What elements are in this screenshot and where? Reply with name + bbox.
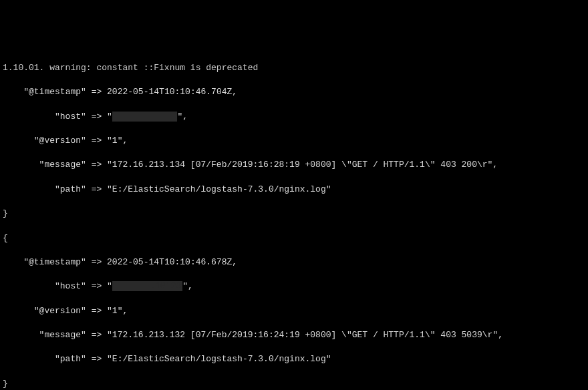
path-field: "path" => "E:/ElasticSearch/logstash-7.3… [3, 353, 585, 365]
message-field: "message" => "172.16.213.132 [07/Feb/201… [3, 329, 585, 341]
version-field: "@version" => "1", [3, 135, 585, 147]
terminal-output[interactable]: 1.10.01. warning: constant ::Fixnum is d… [3, 50, 585, 390]
host-field: "host" => " ", [3, 111, 585, 123]
close-brace: } [3, 378, 585, 390]
redacted-host [112, 112, 178, 122]
message-field: "message" => "172.16.213.134 [07/Feb/201… [3, 159, 585, 171]
open-brace: { [3, 232, 585, 244]
path-field: "path" => "E:/ElasticSearch/logstash-7.3… [3, 184, 585, 196]
host-field: "host" => " .10123", [3, 280, 585, 292]
timestamp-field: "@timestamp" => 2022-05-14T10:10:46.704Z… [3, 86, 585, 98]
timestamp-field: "@timestamp" => 2022-05-14T10:10:46.678Z… [3, 256, 585, 268]
warning-line: 1.10.01. warning: constant ::Fixnum is d… [3, 62, 585, 74]
version-field: "@version" => "1", [3, 305, 585, 317]
close-brace: } [3, 208, 585, 220]
redacted-host: .10123 [112, 281, 182, 291]
